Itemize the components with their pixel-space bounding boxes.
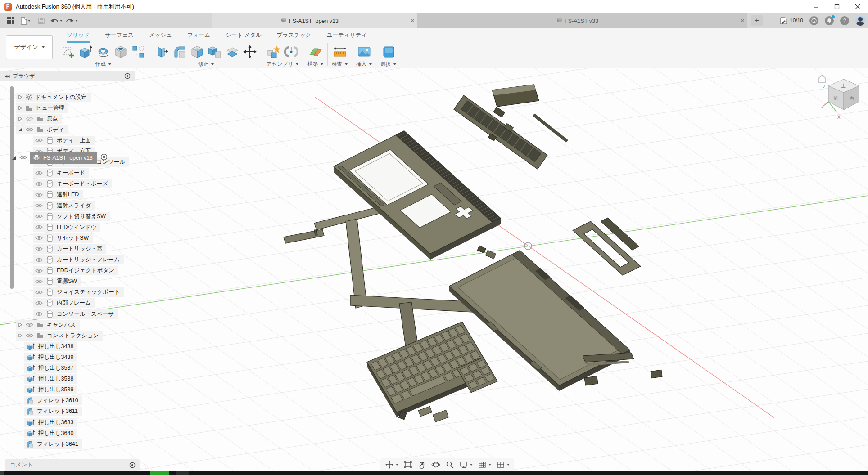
part-cartridge-frame[interactable]	[573, 218, 641, 275]
tree-item-キャンバス[interactable]: キャンバス	[16, 320, 80, 330]
press-pull-icon[interactable]	[154, 44, 170, 60]
app-grid-menu-icon[interactable]	[4, 15, 17, 27]
ribbon-tab-プラスチック[interactable]: プラスチック	[277, 31, 312, 43]
expander-collapsed-icon[interactable]	[18, 333, 23, 338]
ribbon-group-label[interactable]: 挿入	[356, 61, 372, 67]
eye-visible-icon[interactable]	[35, 257, 43, 263]
ribbon-group-label[interactable]: 検査	[332, 61, 348, 67]
tree-item-押し出し3640[interactable]: 押し出し3640	[24, 428, 77, 438]
grid-settings-icon[interactable]	[476, 459, 493, 470]
tab-close-icon[interactable]: ✕	[737, 18, 747, 24]
create-sketch-icon[interactable]	[60, 44, 76, 60]
tree-item-カートリッジ・蓋[interactable]: カートリッジ・蓋	[33, 244, 106, 254]
comment-pin-icon[interactable]	[129, 462, 136, 468]
new-tab-button[interactable]: +	[751, 15, 763, 26]
browser-root-item[interactable]: FS-A1ST_open v13	[12, 152, 108, 163]
eye-visible-icon[interactable]	[35, 246, 43, 251]
combine-icon[interactable]	[207, 44, 222, 60]
eye-visible-icon[interactable]	[35, 170, 43, 176]
comment-bar[interactable]: コメント	[5, 459, 140, 471]
new-component-icon[interactable]	[266, 44, 281, 60]
tree-item-押し出し3538[interactable]: 押し出し3538	[24, 374, 77, 384]
tree-item-ジョイスティックポート[interactable]: ジョイスティックポート	[33, 287, 124, 297]
viewports-icon[interactable]	[494, 459, 511, 470]
maximize-button[interactable]	[827, 0, 847, 13]
fillet-tool-icon[interactable]	[172, 44, 187, 60]
user-avatar[interactable]	[855, 16, 865, 26]
eye-visible-icon[interactable]	[26, 127, 33, 132]
ribbon-tab-シート メタル[interactable]: シート メタル	[226, 31, 262, 43]
eye-visible-icon[interactable]	[35, 235, 43, 241]
save-icon[interactable]	[34, 15, 48, 27]
browser-scrollbar[interactable]	[10, 86, 14, 289]
tab-close-icon[interactable]: ✕	[407, 18, 417, 24]
tree-item-連射スライダ[interactable]: 連射スライダ	[33, 201, 95, 211]
expander-collapsed-icon[interactable]	[18, 95, 23, 99]
eye-visible-icon[interactable]	[35, 268, 43, 273]
eye-hidden-icon[interactable]	[26, 116, 33, 121]
tree-item-ソフト切り替えSW[interactable]: ソフト切り替えSW	[33, 211, 110, 221]
eye-visible-icon[interactable]	[35, 279, 43, 284]
tree-item-FDDイジェクトボタン[interactable]: FDDイジェクトボタン	[33, 266, 118, 276]
tree-item-押し出し3439[interactable]: 押し出し3439	[24, 352, 77, 362]
zoom-icon[interactable]	[443, 459, 456, 470]
measure-icon[interactable]	[332, 44, 348, 60]
tree-item-原点[interactable]: 原点	[16, 114, 62, 124]
close-button[interactable]	[847, 0, 868, 13]
tree-item-押し出し3537[interactable]: 押し出し3537	[24, 363, 77, 373]
revolve-icon[interactable]	[95, 44, 111, 60]
tree-item-電源SW[interactable]: 電源SW	[33, 277, 81, 287]
ribbon-tab-サーフェス[interactable]: サーフェス	[105, 31, 134, 43]
expander-expanded-icon[interactable]	[18, 127, 23, 132]
notifications-bell-icon[interactable]	[825, 16, 834, 25]
eye-visible-icon[interactable]	[19, 154, 27, 162]
document-tab-inactive[interactable]: FS-A1ST v33 ✕	[417, 13, 747, 28]
job-status-icon[interactable]	[809, 16, 818, 25]
insert-image-icon[interactable]	[357, 44, 372, 60]
eye-visible-icon[interactable]	[35, 138, 43, 143]
redo-icon[interactable]	[65, 15, 78, 27]
tree-item-フィレット3641[interactable]: フィレット3641	[24, 439, 82, 449]
eye-visible-icon[interactable]	[35, 203, 43, 208]
tree-item-内部フレーム[interactable]: 内部フレーム	[33, 298, 95, 308]
tree-item-LEDウィンドウ[interactable]: LEDウィンドウ	[33, 222, 100, 232]
ribbon-group-label[interactable]: 修正	[198, 61, 214, 67]
tree-item-コンソール・スペーサ[interactable]: コンソール・スペーサ	[33, 309, 118, 319]
eye-visible-icon[interactable]	[35, 224, 43, 230]
expander-collapsed-icon[interactable]	[18, 323, 23, 327]
select-icon[interactable]	[381, 44, 396, 60]
hole-icon[interactable]	[113, 44, 128, 60]
eye-visible-icon[interactable]	[35, 290, 43, 295]
part-power-switch[interactable]	[477, 246, 496, 259]
ribbon-tab-フォーム[interactable]: フォーム	[187, 31, 210, 43]
workspace-selector[interactable]: デザイン	[6, 35, 53, 59]
expander-collapsed-icon[interactable]	[18, 117, 23, 121]
file-menu-icon[interactable]	[19, 15, 32, 27]
eye-visible-icon[interactable]	[35, 192, 43, 197]
tree-item-ボディ[interactable]: ボディ	[16, 125, 68, 134]
tree-item-ドキュメントの設定[interactable]: ドキュメントの設定	[16, 92, 91, 102]
fit-icon[interactable]	[402, 459, 414, 470]
ribbon-group-label[interactable]: 構築	[307, 61, 323, 67]
construct-plane-icon[interactable]	[308, 44, 323, 60]
save-counter[interactable]: 10/10	[780, 17, 803, 24]
ribbon-group-label[interactable]: 作成	[95, 61, 111, 67]
tree-item-押し出し3438[interactable]: 押し出し3438	[24, 341, 77, 351]
joint-icon[interactable]	[284, 44, 299, 60]
tree-item-連射LED[interactable]: 連射LED	[33, 190, 83, 200]
tree-item-リセットSW[interactable]: リセットSW	[33, 233, 93, 243]
expander-collapsed-icon[interactable]	[18, 106, 23, 110]
pan-icon[interactable]	[383, 459, 400, 470]
tree-item-コンストラクション[interactable]: コンストラクション	[16, 331, 103, 341]
view-cube[interactable]: Z 上 前 右 X	[816, 72, 866, 124]
ribbon-group-label[interactable]: アセンブリ	[267, 61, 298, 67]
ribbon-tab-ユーティリティ[interactable]: ユーティリティ	[327, 31, 367, 43]
activate-component-radio[interactable]	[100, 153, 108, 162]
move-icon[interactable]	[242, 44, 258, 60]
display-settings-icon[interactable]	[457, 459, 475, 470]
shell-icon[interactable]	[190, 44, 205, 60]
ribbon-group-label[interactable]: 選択	[380, 61, 396, 67]
tree-item-ビュー管理[interactable]: ビュー管理	[16, 103, 68, 113]
orbit-icon[interactable]	[429, 459, 442, 470]
tree-item-ボディ・上面[interactable]: ボディ・上面	[33, 135, 95, 145]
